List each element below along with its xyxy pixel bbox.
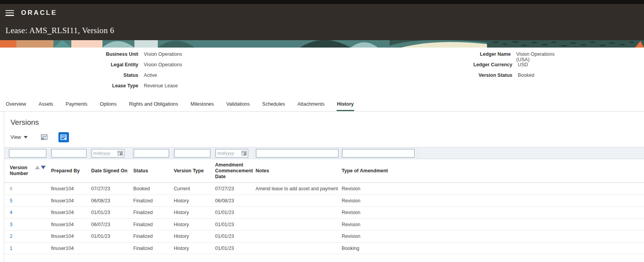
calendar-icon[interactable] [242, 150, 247, 156]
tab-assets[interactable]: Assets [38, 99, 54, 111]
table-header-row: Version Number Prepared By Date Signed O… [4, 159, 644, 183]
type-of-amendment-cell: Revision [341, 207, 418, 219]
version-number-link[interactable]: 1 [10, 246, 12, 251]
table-row-version-1: 1 finuser104 Finalized History 01/01/23 … [4, 242, 644, 254]
type-of-amendment-cell: Booking [341, 242, 418, 254]
notes-cell [255, 230, 341, 243]
status-cell: Finalized [132, 230, 173, 243]
tab-rights-and-obligations[interactable]: Rights and Obligations [129, 99, 178, 111]
column-header-amendment-commencement-date[interactable]: Amendment Commencement Date [214, 159, 255, 183]
filter-date-signed-input[interactable] [94, 151, 114, 156]
filter-version-type-input[interactable] [174, 149, 210, 158]
field-value: Active [138, 73, 157, 78]
detach-table-icon[interactable] [41, 134, 48, 140]
table-row-version-5: 5 finuser104 06/08/23 Finalized History … [4, 195, 644, 207]
amendment-date-cell: 01/01/23 [214, 218, 255, 230]
field-value: Vision Operations [138, 62, 182, 67]
field-label: Legal Entity [0, 62, 138, 67]
column-header-status[interactable]: Status [132, 159, 173, 183]
field-value: Booked [512, 73, 534, 78]
column-header-date-signed-on[interactable]: Date Signed On [90, 159, 132, 183]
version-type-cell: History [173, 207, 214, 219]
prepared-by-cell: finuser104 [50, 195, 90, 207]
field-label: Lease Type [0, 83, 138, 89]
chevron-down-icon [24, 136, 28, 138]
version-type-cell: History [173, 242, 214, 254]
notes-cell [255, 207, 341, 219]
prepared-by-cell: finuser104 [50, 218, 90, 230]
amendment-date-cell: 06/08/23 [214, 195, 255, 207]
column-header-version-type[interactable]: Version Type [173, 159, 214, 183]
date-signed-cell: 06/08/23 [90, 195, 132, 207]
sort-descending-icon[interactable] [41, 166, 46, 169]
amendment-date-cell: 01/01/23 [214, 242, 255, 254]
field-label: Ledger Name [296, 51, 511, 57]
table-row-version-3: 3 finuser104 06/07/23 Finalized History … [4, 218, 644, 230]
notes-cell [255, 195, 341, 207]
version-number-link[interactable]: 5 [10, 198, 12, 204]
filter-version-number-input[interactable] [9, 149, 46, 158]
hamburger-menu-icon[interactable] [5, 10, 14, 16]
amendment-date-cell: 01/01/23 [214, 230, 255, 243]
table-filter-row [4, 147, 644, 159]
tab-overview[interactable]: Overview [5, 99, 26, 111]
filter-type-of-amendment-input[interactable] [342, 149, 415, 158]
status-cell: Finalized [132, 218, 173, 230]
tab-options[interactable]: Options [99, 99, 117, 111]
field-value: Revenue Lease [138, 83, 178, 89]
version-number-link[interactable]: 3 [10, 222, 12, 227]
date-signed-cell: 06/07/23 [90, 218, 132, 230]
version-type-cell: Current [173, 183, 214, 195]
tab-payments[interactable]: Payments [65, 99, 88, 111]
tab-milestones[interactable]: Milestones [190, 99, 214, 111]
tab-history[interactable]: History [337, 99, 354, 111]
view-menu-label: View [11, 135, 21, 140]
filter-prepared-by-input[interactable] [51, 149, 86, 158]
filter-status-input[interactable] [134, 149, 169, 158]
date-signed-cell: 07/27/23 [90, 183, 132, 195]
app-header: ORACLE Lease: AMS_RLSI11, Version 6 [0, 0, 644, 40]
version-number-current: 6 [10, 186, 12, 191]
notes-cell: Amend lease to add asset and payment [255, 183, 341, 195]
summary-field-status: Status Active [0, 73, 296, 83]
tab-attachments[interactable]: Attachments [297, 99, 325, 111]
versions-toolbar: View [11, 132, 644, 143]
filter-amendment-date-input[interactable] [217, 151, 238, 156]
table-row-version-2: 2 finuser104 01/01/23 Finalized History … [4, 230, 644, 243]
calendar-icon[interactable] [118, 150, 123, 156]
tab-validations[interactable]: Validations [226, 99, 250, 111]
table-row-version-6: 6 finuser104 07/27/23 Booked Current 07/… [4, 183, 644, 195]
version-number-link[interactable]: 4 [10, 210, 12, 215]
field-value: Vision Operations [138, 51, 182, 57]
column-header-prepared-by[interactable]: Prepared By [50, 159, 90, 183]
date-signed-cell: 01/01/23 [90, 207, 132, 219]
browser-chrome-strip [0, 0, 644, 4]
version-number-link[interactable]: 2 [10, 234, 12, 239]
column-header-version-number[interactable]: Version Number [10, 165, 35, 177]
tab-schedules[interactable]: Schedules [262, 99, 285, 111]
versions-table: Version Number Prepared By Date Signed O… [4, 147, 644, 254]
column-header-notes[interactable]: Notes [255, 159, 341, 183]
view-menu-button[interactable]: View [11, 135, 28, 140]
filter-amendment-date-datebox[interactable] [215, 149, 248, 158]
filter-table-icon [60, 135, 67, 140]
prepared-by-cell: finuser104 [50, 230, 90, 243]
decorative-banner [0, 40, 644, 48]
prepared-by-cell: finuser104 [50, 183, 90, 195]
status-cell: Booked [132, 183, 173, 195]
versions-heading: Versions [4, 112, 644, 127]
field-value: Vision Operations (USA) [511, 51, 569, 62]
column-header-type-of-amendment[interactable]: Type of Amendment [341, 159, 418, 183]
date-signed-cell: 01/01/23 [90, 230, 132, 243]
version-type-cell: History [173, 218, 214, 230]
type-of-amendment-cell: Revision [341, 230, 418, 243]
summary-field-version-status: Version Status Booked [296, 73, 569, 83]
lease-summary: Business Unit Vision Operations Legal En… [0, 48, 644, 97]
field-label: Business Unit [0, 51, 138, 57]
version-type-cell: History [173, 195, 214, 207]
summary-field-lease-type: Lease Type Revenue Lease [0, 83, 296, 94]
filter-date-signed-datebox[interactable] [92, 149, 124, 158]
filter-notes-input[interactable] [256, 149, 339, 158]
query-by-example-filter-button[interactable] [58, 132, 69, 142]
sort-ascending-icon[interactable] [35, 166, 40, 169]
